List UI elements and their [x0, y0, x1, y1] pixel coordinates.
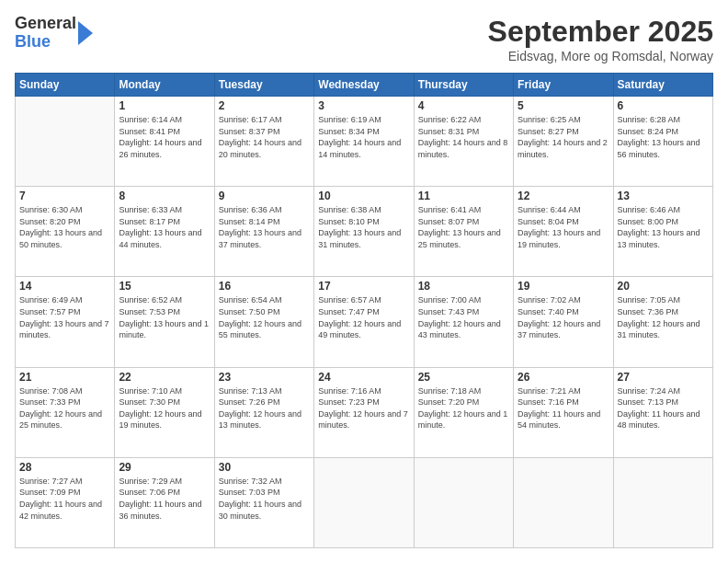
table-row: 8Sunrise: 6:33 AMSunset: 8:17 PMDaylight…	[115, 187, 214, 277]
week-row-2: 7Sunrise: 6:30 AMSunset: 8:20 PMDaylight…	[16, 187, 713, 277]
table-row: 13Sunrise: 6:46 AMSunset: 8:00 PMDayligh…	[613, 187, 712, 277]
logo-line2: Blue	[15, 33, 76, 52]
day-number: 26	[518, 371, 609, 384]
day-number: 17	[318, 280, 409, 293]
cell-text: Sunrise: 6:46 AMSunset: 8:00 PMDaylight:…	[618, 204, 709, 250]
table-row: 18Sunrise: 7:00 AMSunset: 7:43 PMDayligh…	[414, 277, 513, 367]
calendar-table: Sunday Monday Tuesday Wednesday Thursday…	[15, 73, 713, 548]
day-number: 13	[618, 190, 709, 202]
day-number: 24	[318, 371, 409, 384]
cell-text: Sunrise: 6:30 AMSunset: 8:20 PMDaylight:…	[19, 204, 110, 250]
day-number: 23	[219, 371, 310, 384]
day-number: 5	[518, 99, 609, 112]
table-row: 5Sunrise: 6:25 AMSunset: 8:27 PMDaylight…	[514, 97, 613, 187]
col-wednesday: Wednesday	[314, 74, 414, 97]
table-row: 19Sunrise: 7:02 AMSunset: 7:40 PMDayligh…	[514, 277, 613, 367]
cell-text: Sunrise: 7:05 AMSunset: 7:36 PMDaylight:…	[618, 294, 709, 340]
day-number: 16	[219, 280, 310, 293]
day-number: 19	[518, 280, 609, 293]
cell-text: Sunrise: 6:36 AMSunset: 8:14 PMDaylight:…	[219, 204, 310, 250]
table-row: 27Sunrise: 7:24 AMSunset: 7:13 PMDayligh…	[613, 367, 712, 457]
day-number: 29	[119, 461, 210, 474]
cell-text: Sunrise: 6:41 AMSunset: 8:07 PMDaylight:…	[418, 204, 509, 250]
cell-text: Sunrise: 7:32 AMSunset: 7:03 PMDaylight:…	[219, 476, 310, 522]
header: General Blue September 2025 Eidsvag, Mor…	[15, 15, 713, 63]
table-row: 30Sunrise: 7:32 AMSunset: 7:03 PMDayligh…	[214, 457, 313, 547]
table-row: 22Sunrise: 7:10 AMSunset: 7:30 PMDayligh…	[115, 367, 214, 457]
col-monday: Monday	[115, 74, 214, 97]
day-number: 3	[318, 99, 409, 112]
col-sunday: Sunday	[16, 74, 115, 97]
table-row: 16Sunrise: 6:54 AMSunset: 7:50 PMDayligh…	[214, 277, 313, 367]
cell-text: Sunrise: 6:38 AMSunset: 8:10 PMDaylight:…	[318, 204, 409, 250]
col-friday: Friday	[514, 74, 613, 97]
cell-text: Sunrise: 7:10 AMSunset: 7:30 PMDaylight:…	[119, 385, 210, 431]
cell-text: Sunrise: 7:13 AMSunset: 7:26 PMDaylight:…	[219, 385, 310, 431]
day-number: 25	[418, 371, 509, 384]
day-number: 28	[19, 461, 110, 474]
table-row: 20Sunrise: 7:05 AMSunset: 7:36 PMDayligh…	[613, 277, 712, 367]
cell-text: Sunrise: 6:22 AMSunset: 8:31 PMDaylight:…	[418, 114, 509, 160]
table-row	[414, 457, 513, 547]
day-number: 27	[618, 371, 709, 384]
page: General Blue September 2025 Eidsvag, Mor…	[0, 0, 728, 563]
table-row: 26Sunrise: 7:21 AMSunset: 7:16 PMDayligh…	[514, 367, 613, 457]
table-row	[16, 97, 115, 187]
cell-text: Sunrise: 6:52 AMSunset: 7:53 PMDaylight:…	[119, 294, 210, 340]
table-row: 6Sunrise: 6:28 AMSunset: 8:24 PMDaylight…	[613, 97, 712, 187]
table-row: 3Sunrise: 6:19 AMSunset: 8:34 PMDaylight…	[314, 97, 414, 187]
cell-text: Sunrise: 6:19 AMSunset: 8:34 PMDaylight:…	[318, 114, 409, 160]
week-row-5: 28Sunrise: 7:27 AMSunset: 7:09 PMDayligh…	[16, 457, 713, 547]
cell-text: Sunrise: 7:29 AMSunset: 7:06 PMDaylight:…	[119, 476, 210, 522]
day-number: 4	[418, 99, 509, 112]
cell-text: Sunrise: 7:02 AMSunset: 7:40 PMDaylight:…	[518, 294, 609, 340]
calendar-header-row: Sunday Monday Tuesday Wednesday Thursday…	[16, 74, 713, 97]
logo-line1: General	[15, 15, 76, 33]
table-row: 10Sunrise: 6:38 AMSunset: 8:10 PMDayligh…	[314, 187, 414, 277]
table-row	[514, 457, 613, 547]
cell-text: Sunrise: 6:14 AMSunset: 8:41 PMDaylight:…	[119, 114, 210, 160]
day-number: 18	[418, 280, 509, 293]
table-row: 9Sunrise: 6:36 AMSunset: 8:14 PMDaylight…	[214, 187, 313, 277]
table-row: 11Sunrise: 6:41 AMSunset: 8:07 PMDayligh…	[414, 187, 513, 277]
day-number: 1	[119, 99, 210, 112]
table-row: 7Sunrise: 6:30 AMSunset: 8:20 PMDaylight…	[16, 187, 115, 277]
cell-text: Sunrise: 6:33 AMSunset: 8:17 PMDaylight:…	[119, 204, 210, 250]
cell-text: Sunrise: 7:21 AMSunset: 7:16 PMDaylight:…	[518, 385, 609, 431]
day-number: 6	[618, 99, 709, 112]
week-row-3: 14Sunrise: 6:49 AMSunset: 7:57 PMDayligh…	[16, 277, 713, 367]
table-row: 25Sunrise: 7:18 AMSunset: 7:20 PMDayligh…	[414, 367, 513, 457]
table-row: 23Sunrise: 7:13 AMSunset: 7:26 PMDayligh…	[214, 367, 313, 457]
week-row-4: 21Sunrise: 7:08 AMSunset: 7:33 PMDayligh…	[16, 367, 713, 457]
logo-text: General Blue	[15, 15, 76, 52]
day-number: 20	[618, 280, 709, 293]
week-row-1: 1Sunrise: 6:14 AMSunset: 8:41 PMDaylight…	[16, 97, 713, 187]
cell-text: Sunrise: 6:54 AMSunset: 7:50 PMDaylight:…	[219, 294, 310, 340]
table-row: 21Sunrise: 7:08 AMSunset: 7:33 PMDayligh…	[16, 367, 115, 457]
logo: General Blue	[15, 15, 97, 52]
svg-marker-0	[78, 21, 93, 45]
cell-text: Sunrise: 7:27 AMSunset: 7:09 PMDaylight:…	[19, 476, 110, 522]
cell-text: Sunrise: 6:25 AMSunset: 8:27 PMDaylight:…	[518, 114, 609, 160]
day-number: 7	[19, 190, 110, 202]
table-row: 2Sunrise: 6:17 AMSunset: 8:37 PMDaylight…	[214, 97, 313, 187]
table-row: 4Sunrise: 6:22 AMSunset: 8:31 PMDaylight…	[414, 97, 513, 187]
cell-text: Sunrise: 7:16 AMSunset: 7:23 PMDaylight:…	[318, 385, 409, 431]
title-area: September 2025 Eidsvag, More og Romsdal,…	[488, 15, 713, 63]
cell-text: Sunrise: 6:17 AMSunset: 8:37 PMDaylight:…	[219, 114, 310, 160]
day-number: 30	[219, 461, 310, 474]
table-row: 29Sunrise: 7:29 AMSunset: 7:06 PMDayligh…	[115, 457, 214, 547]
table-row: 14Sunrise: 6:49 AMSunset: 7:57 PMDayligh…	[16, 277, 115, 367]
day-number: 2	[219, 99, 310, 112]
month-title: September 2025	[488, 15, 713, 49]
table-row: 15Sunrise: 6:52 AMSunset: 7:53 PMDayligh…	[115, 277, 214, 367]
day-number: 12	[518, 190, 609, 202]
cell-text: Sunrise: 7:00 AMSunset: 7:43 PMDaylight:…	[418, 294, 509, 340]
cell-text: Sunrise: 6:49 AMSunset: 7:57 PMDaylight:…	[19, 294, 110, 340]
table-row	[613, 457, 712, 547]
cell-text: Sunrise: 6:44 AMSunset: 8:04 PMDaylight:…	[518, 204, 609, 250]
table-row: 24Sunrise: 7:16 AMSunset: 7:23 PMDayligh…	[314, 367, 414, 457]
table-row: 28Sunrise: 7:27 AMSunset: 7:09 PMDayligh…	[16, 457, 115, 547]
table-row: 17Sunrise: 6:57 AMSunset: 7:47 PMDayligh…	[314, 277, 414, 367]
logo-icon	[76, 19, 97, 47]
